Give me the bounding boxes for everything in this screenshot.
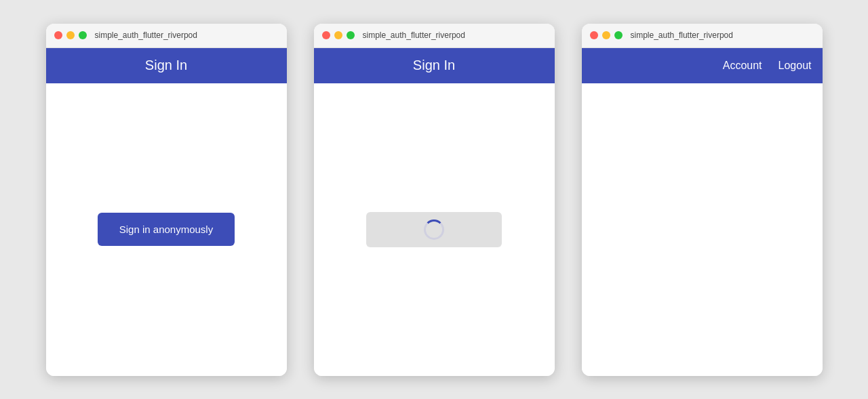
app-bar-1: Sign In (46, 48, 287, 83)
window-title-3: simple_auth_flutter_riverpod (631, 30, 733, 40)
app-bar-actions: Account Logout (582, 60, 823, 72)
window-title-2: simple_auth_flutter_riverpod (363, 30, 465, 40)
sign-in-anonymously-button[interactable]: Sign in anonymously (98, 213, 235, 246)
minimize-icon[interactable] (334, 31, 342, 39)
screen1-content: Sign in anonymously (46, 83, 287, 376)
app-bar-2: Sign In (314, 48, 555, 83)
screen2-content (314, 83, 555, 376)
screen2-frame: simple_auth_flutter_riverpod Sign In (314, 24, 555, 376)
maximize-icon[interactable] (79, 31, 87, 39)
maximize-icon[interactable] (347, 31, 355, 39)
maximize-icon[interactable] (614, 31, 623, 39)
screen1-frame: simple_auth_flutter_riverpod Sign In Sig… (46, 24, 287, 376)
account-button[interactable]: Account (723, 60, 762, 72)
app-bar-title-2: Sign In (413, 58, 455, 73)
close-icon[interactable] (590, 31, 598, 39)
title-bar-3: simple_auth_flutter_riverpod (582, 24, 823, 48)
loading-spinner (424, 219, 444, 240)
title-bar-1: simple_auth_flutter_riverpod (46, 24, 287, 48)
window-title-1: simple_auth_flutter_riverpod (95, 30, 197, 40)
minimize-icon[interactable] (602, 31, 610, 39)
close-icon[interactable] (54, 31, 62, 39)
app-bar-title-1: Sign In (145, 58, 187, 73)
close-icon[interactable] (322, 31, 330, 39)
loading-container (366, 212, 502, 247)
screen3-content (582, 83, 823, 376)
app-bar-3: Account Logout (582, 48, 823, 83)
screen3-frame: simple_auth_flutter_riverpod Account Log… (582, 24, 823, 376)
logout-button[interactable]: Logout (778, 60, 812, 72)
title-bar-2: simple_auth_flutter_riverpod (314, 24, 555, 48)
minimize-icon[interactable] (66, 31, 75, 39)
